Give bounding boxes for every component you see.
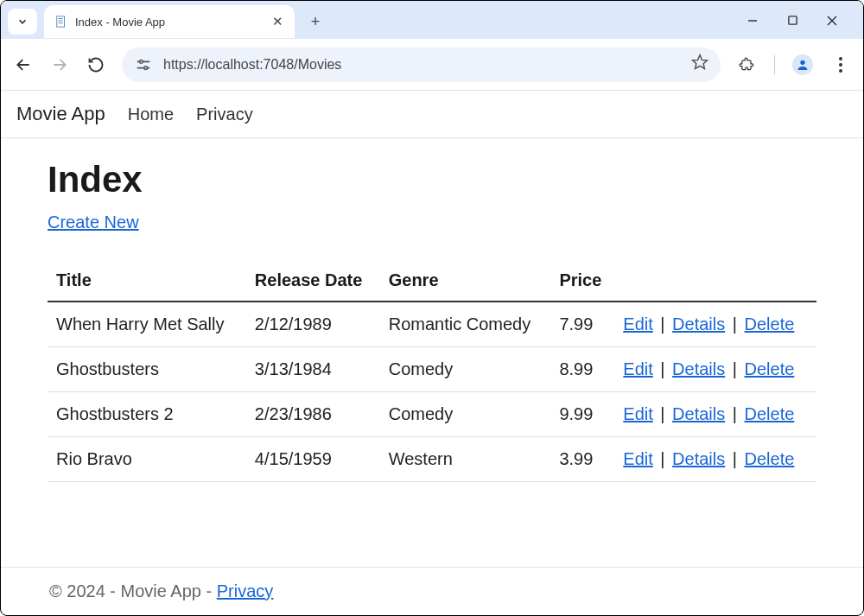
tab-bar: Index - Movie App ✕ + [1, 1, 863, 39]
app-content: Movie App Home Privacy Index Create New … [1, 91, 863, 491]
table-row: Ghostbusters3/13/1984Comedy8.99Edit | De… [48, 347, 816, 392]
delete-link[interactable]: Delete [745, 314, 795, 333]
details-link[interactable]: Details [672, 404, 725, 423]
nav-link-privacy[interactable]: Privacy [196, 105, 253, 124]
details-link[interactable]: Details [672, 314, 725, 333]
browser-tab[interactable]: Index - Movie App ✕ [44, 5, 295, 38]
table-row: When Harry Met Sally2/12/1989Romantic Co… [48, 302, 816, 347]
svg-point-11 [140, 60, 143, 63]
toolbar-divider [774, 55, 775, 74]
table-row: Rio Bravo4/15/1959Western3.99Edit | Deta… [48, 437, 816, 482]
header-release-date: Release Date [246, 262, 380, 302]
cell-genre: Comedy [380, 347, 551, 392]
page-title: Index [48, 159, 816, 200]
minimize-button[interactable] [742, 15, 763, 29]
delete-link[interactable]: Delete [745, 359, 795, 378]
profile-button[interactable] [792, 54, 813, 75]
kebab-menu-icon[interactable] [830, 54, 851, 75]
brand-link[interactable]: Movie App [16, 103, 105, 125]
cell-actions: Edit | Details | Delete [614, 437, 816, 482]
cell-genre: Comedy [380, 392, 551, 437]
footer-privacy-link[interactable]: Privacy [217, 581, 274, 600]
cell-title: Ghostbusters 2 [48, 392, 246, 437]
separator: | [725, 359, 744, 378]
toolbar-right [736, 54, 851, 75]
table-header-row: Title Release Date Genre Price [48, 262, 816, 302]
extensions-icon[interactable] [736, 54, 757, 75]
cell-actions: Edit | Details | Delete [614, 347, 816, 392]
edit-link[interactable]: Edit [623, 449, 652, 468]
svg-point-16 [839, 57, 842, 60]
maximize-button[interactable] [782, 15, 803, 29]
header-title: Title [48, 262, 246, 302]
separator: | [653, 404, 672, 423]
bookmark-star-icon[interactable] [691, 54, 708, 75]
url-text: https://localhost:7048/Movies [163, 57, 681, 73]
browser-chrome: Index - Movie App ✕ + https://localhost:… [1, 1, 863, 91]
movies-table: Title Release Date Genre Price When Harr… [48, 262, 816, 482]
tab-search-button[interactable] [8, 9, 37, 35]
reload-button[interactable] [86, 54, 106, 75]
cell-title: Ghostbusters [48, 347, 246, 392]
svg-point-15 [800, 60, 804, 64]
cell-release_date: 4/15/1959 [246, 437, 380, 482]
separator: | [653, 359, 672, 378]
cell-price: 3.99 [550, 437, 614, 482]
cell-title: Rio Bravo [48, 437, 246, 482]
footer: © 2024 - Movie App - Privacy [1, 567, 863, 615]
close-window-button[interactable] [822, 15, 842, 29]
details-link[interactable]: Details [672, 449, 725, 468]
header-price: Price [550, 262, 614, 302]
svg-point-13 [144, 66, 148, 69]
cell-release_date: 2/23/1986 [246, 392, 380, 437]
cell-genre: Romantic Comedy [380, 302, 551, 347]
app-navbar: Movie App Home Privacy [1, 91, 863, 138]
delete-link[interactable]: Delete [745, 404, 795, 423]
back-button[interactable] [13, 54, 34, 75]
cell-price: 7.99 [550, 302, 614, 347]
details-link[interactable]: Details [672, 359, 725, 378]
nav-link-home[interactable]: Home [128, 105, 174, 124]
table-row: Ghostbusters 22/23/1986Comedy9.99Edit | … [48, 392, 816, 437]
separator: | [725, 314, 744, 333]
cell-price: 8.99 [550, 347, 614, 392]
edit-link[interactable]: Edit [623, 404, 652, 423]
create-new-link[interactable]: Create New [48, 213, 139, 232]
edit-link[interactable]: Edit [623, 359, 652, 378]
footer-text: © 2024 - Movie App - [49, 581, 217, 600]
cell-genre: Western [380, 437, 551, 482]
svg-point-18 [839, 69, 842, 73]
delete-link[interactable]: Delete [745, 449, 795, 468]
cell-actions: Edit | Details | Delete [614, 392, 816, 437]
main-container: Index Create New Title Release Date Genr… [1, 138, 863, 491]
separator: | [725, 449, 744, 468]
header-actions [614, 262, 816, 302]
cell-release_date: 3/13/1984 [246, 347, 380, 392]
new-tab-button[interactable]: + [302, 8, 329, 35]
address-bar[interactable]: https://localhost:7048/Movies [122, 48, 721, 82]
svg-point-17 [839, 63, 842, 67]
site-settings-icon[interactable] [134, 55, 153, 74]
cell-actions: Edit | Details | Delete [614, 302, 816, 347]
address-row: https://localhost:7048/Movies [1, 39, 863, 91]
tab-close-button[interactable]: ✕ [270, 14, 284, 29]
header-genre: Genre [380, 262, 551, 302]
window-controls [742, 15, 856, 29]
separator: | [653, 449, 672, 468]
tab-title: Index - Movie App [75, 16, 264, 29]
cell-price: 9.99 [550, 392, 614, 437]
separator: | [725, 404, 744, 423]
edit-link[interactable]: Edit [623, 314, 652, 333]
forward-button[interactable] [49, 54, 70, 75]
svg-rect-0 [57, 16, 65, 27]
svg-rect-5 [788, 16, 796, 24]
svg-marker-14 [693, 55, 708, 69]
page-favicon-icon [54, 15, 68, 29]
cell-title: When Harry Met Sally [48, 302, 246, 347]
separator: | [653, 314, 672, 333]
cell-release_date: 2/12/1989 [246, 302, 380, 347]
